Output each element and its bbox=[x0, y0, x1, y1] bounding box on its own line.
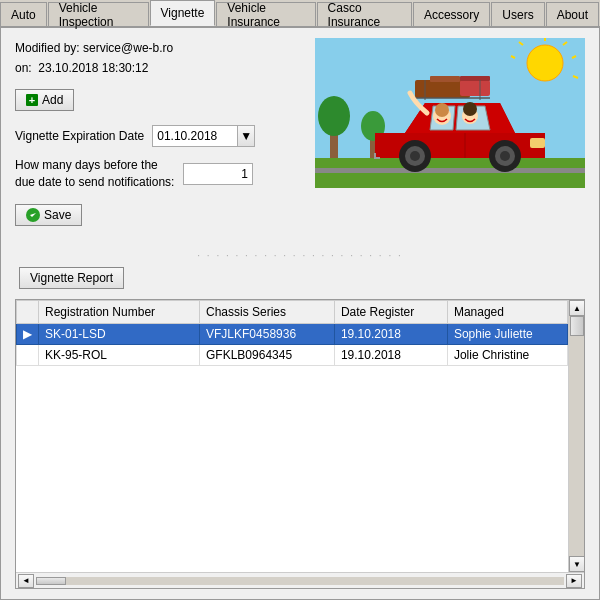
tab-casco-insurance[interactable]: Casco Insurance bbox=[317, 2, 412, 26]
vertical-scrollbar[interactable]: ▲ ▼ bbox=[568, 300, 584, 572]
date-register: 19.10.2018 bbox=[334, 345, 447, 366]
data-table: Registration Number Chassis Series Date … bbox=[16, 300, 568, 366]
tab-accessory[interactable]: Accessory bbox=[413, 2, 490, 26]
date-dropdown-button[interactable]: ▼ bbox=[237, 125, 255, 147]
save-button-label: Save bbox=[44, 208, 71, 222]
top-section: Modified by: service@we-b.ro on: 23.10.2… bbox=[15, 38, 585, 238]
add-button-label: Add bbox=[42, 93, 63, 107]
save-row: Save bbox=[15, 204, 305, 226]
row-indicator: ▶ bbox=[17, 324, 39, 345]
date-register: 19.10.2018 bbox=[334, 324, 447, 345]
scroll-horizontal-track[interactable] bbox=[36, 577, 564, 585]
report-button-label: Vignette Report bbox=[30, 271, 113, 285]
notification-label: How many days before the due date to sen… bbox=[15, 157, 175, 191]
table-header-row: Registration Number Chassis Series Date … bbox=[17, 301, 568, 324]
on-value: 23.10.2018 18:30:12 bbox=[38, 61, 148, 75]
chassis-series: VFJLKF0458936 bbox=[200, 324, 335, 345]
managed-by: Sophie Juliette bbox=[447, 324, 567, 345]
col-managed[interactable]: Managed bbox=[447, 301, 567, 324]
modified-by: Modified by: service@we-b.ro bbox=[15, 38, 305, 58]
scroll-right-button[interactable]: ► bbox=[566, 574, 582, 588]
svg-point-2 bbox=[527, 45, 563, 81]
tab-vehicle-inspection[interactable]: Vehicle Inspection bbox=[48, 2, 149, 26]
scroll-down-button[interactable]: ▼ bbox=[569, 556, 584, 572]
col-registration[interactable]: Registration Number bbox=[39, 301, 200, 324]
tab-bar: Auto Vehicle Inspection Vignette Vehicle… bbox=[0, 0, 600, 28]
meta-info: Modified by: service@we-b.ro on: 23.10.2… bbox=[15, 38, 305, 79]
vignette-report-button[interactable]: Vignette Report bbox=[19, 267, 124, 289]
col-indicator bbox=[17, 301, 39, 324]
col-chassis[interactable]: Chassis Series bbox=[200, 301, 335, 324]
svg-rect-17 bbox=[460, 80, 490, 96]
form-area: Modified by: service@we-b.ro on: 23.10.2… bbox=[15, 38, 305, 238]
svg-rect-10 bbox=[315, 168, 585, 173]
svg-point-29 bbox=[410, 151, 420, 161]
registration-number: SK-01-LSD bbox=[39, 324, 200, 345]
table-row[interactable]: ▶ SK-01-LSD VFJLKF0458936 19.10.2018 Sop… bbox=[17, 324, 568, 345]
chassis-series: GFKLB0964345 bbox=[200, 345, 335, 366]
save-icon bbox=[26, 208, 40, 222]
table-row[interactable]: KK-95-ROL GFKLB0964345 19.10.2018 Jolie … bbox=[17, 345, 568, 366]
registration-number: KK-95-ROL bbox=[39, 345, 200, 366]
divider: · · · · · · · · · · · · · · · · · · · · … bbox=[15, 250, 585, 261]
add-btn-row: + Add bbox=[15, 89, 305, 111]
add-button[interactable]: + Add bbox=[15, 89, 74, 111]
expiry-date-input[interactable] bbox=[152, 125, 237, 147]
scroll-left-button[interactable]: ◄ bbox=[18, 574, 34, 588]
tab-vehicle-insurance[interactable]: Vehicle Insurance bbox=[216, 2, 315, 26]
notification-row: How many days before the due date to sen… bbox=[15, 157, 305, 191]
on-date: on: 23.10.2018 18:30:12 bbox=[15, 58, 305, 78]
tab-auto[interactable]: Auto bbox=[0, 2, 47, 26]
horizontal-scrollbar[interactable]: ◄ ► bbox=[16, 572, 584, 588]
expiry-label: Vignette Expiration Date bbox=[15, 129, 144, 143]
car-illustration bbox=[315, 38, 585, 188]
scroll-horizontal-thumb[interactable] bbox=[36, 577, 66, 585]
on-label: on: bbox=[15, 61, 32, 75]
report-section: Vignette Report bbox=[15, 267, 585, 289]
expiry-date-wrap: ▼ bbox=[152, 125, 255, 147]
save-button[interactable]: Save bbox=[15, 204, 82, 226]
tab-vignette[interactable]: Vignette bbox=[150, 0, 216, 26]
svg-rect-33 bbox=[530, 138, 545, 148]
expiry-row: Vignette Expiration Date ▼ bbox=[15, 125, 305, 147]
main-content: Modified by: service@we-b.ro on: 23.10.2… bbox=[0, 28, 600, 600]
chevron-down-icon: ▼ bbox=[240, 129, 252, 143]
scroll-vertical-thumb[interactable] bbox=[570, 316, 584, 336]
scroll-up-button[interactable]: ▲ bbox=[569, 300, 584, 316]
add-icon: + bbox=[26, 94, 38, 106]
svg-marker-0 bbox=[30, 213, 36, 217]
svg-point-32 bbox=[500, 151, 510, 161]
managed-by: Jolie Christine bbox=[447, 345, 567, 366]
data-table-wrapper: Registration Number Chassis Series Date … bbox=[15, 299, 585, 589]
notification-days-input[interactable] bbox=[183, 163, 253, 185]
row-indicator bbox=[17, 345, 39, 366]
col-date[interactable]: Date Register bbox=[334, 301, 447, 324]
svg-rect-18 bbox=[460, 76, 490, 81]
scroll-vertical-track[interactable] bbox=[569, 316, 584, 556]
table-scroll-area[interactable]: Registration Number Chassis Series Date … bbox=[16, 300, 568, 572]
svg-point-23 bbox=[435, 103, 449, 117]
svg-rect-16 bbox=[430, 76, 460, 82]
tab-about[interactable]: About bbox=[546, 2, 599, 26]
svg-point-12 bbox=[318, 96, 350, 136]
svg-point-25 bbox=[463, 102, 477, 116]
tab-users[interactable]: Users bbox=[491, 2, 544, 26]
